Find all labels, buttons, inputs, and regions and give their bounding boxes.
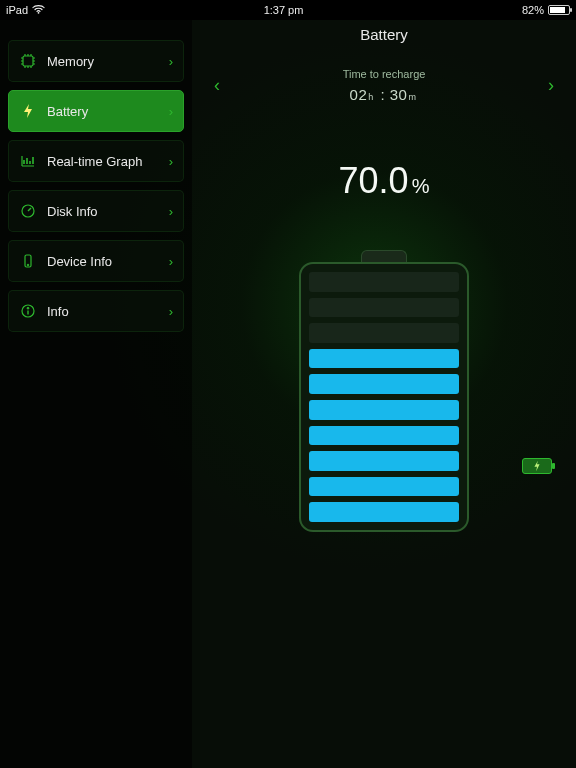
chevron-right-icon: › xyxy=(169,154,173,169)
sidebar-item-memory[interactable]: Memory › xyxy=(8,40,184,82)
battery-body xyxy=(299,262,469,532)
battery-percentage-value: 70.0 xyxy=(339,160,409,201)
sidebar-item-label: Real-time Graph xyxy=(47,154,159,169)
status-time: 1:37 pm xyxy=(264,4,304,16)
status-device-label: iPad xyxy=(6,4,28,16)
recharge-minutes: 30 xyxy=(390,86,408,103)
battery-bar xyxy=(309,426,459,446)
battery-bar xyxy=(309,298,459,318)
status-right: 82% xyxy=(522,4,570,16)
recharge-caption: Time to recharge xyxy=(343,68,426,80)
sidebar-item-label: Memory xyxy=(47,54,159,69)
time-separator: : xyxy=(380,86,385,103)
minutes-unit: m xyxy=(408,92,416,102)
battery-graphic xyxy=(299,250,469,532)
bolt-icon xyxy=(19,102,37,120)
status-left: iPad xyxy=(6,4,45,16)
sidebar-item-label: Disk Info xyxy=(47,204,159,219)
battery-bar xyxy=(309,323,459,343)
chevron-right-icon: › xyxy=(169,54,173,69)
sidebar-item-label: Device Info xyxy=(47,254,159,269)
status-battery-pct: 82% xyxy=(522,4,544,16)
chevron-right-icon: › xyxy=(169,204,173,219)
battery-bar xyxy=(309,349,459,369)
recharge-hours: 02 xyxy=(350,86,368,103)
battery-tip xyxy=(361,250,407,262)
battery-bar xyxy=(309,477,459,497)
charging-indicator-icon xyxy=(522,458,552,474)
app-container: Memory › Battery › Real-time Graph › Dis… xyxy=(0,20,576,768)
battery-status-fill xyxy=(550,7,565,13)
sidebar-item-label: Battery xyxy=(47,104,159,119)
hours-unit: h xyxy=(368,92,374,102)
carousel-next-button[interactable]: › xyxy=(542,69,560,102)
carousel-center: Time to recharge 02h : 30m xyxy=(343,68,426,103)
sidebar-item-device-info[interactable]: Device Info › xyxy=(8,240,184,282)
battery-status-icon xyxy=(548,5,570,15)
svg-point-4 xyxy=(27,264,29,266)
wifi-icon xyxy=(32,4,45,16)
sidebar-item-label: Info xyxy=(47,304,159,319)
battery-bar xyxy=(309,451,459,471)
graph-icon xyxy=(19,152,37,170)
carousel-prev-button[interactable]: ‹ xyxy=(208,69,226,102)
recharge-carousel: ‹ Time to recharge 02h : 30m › xyxy=(192,68,576,103)
gauge-icon xyxy=(19,202,37,220)
sidebar: Memory › Battery › Real-time Graph › Dis… xyxy=(0,20,192,768)
battery-bar xyxy=(309,272,459,292)
battery-percentage: 70.0% xyxy=(192,160,576,202)
sidebar-item-realtime-graph[interactable]: Real-time Graph › xyxy=(8,140,184,182)
svg-rect-1 xyxy=(23,56,33,66)
status-bar: iPad 1:37 pm 82% xyxy=(0,0,576,20)
sidebar-item-info[interactable]: Info › xyxy=(8,290,184,332)
info-icon xyxy=(19,302,37,320)
sidebar-item-disk-info[interactable]: Disk Info › xyxy=(8,190,184,232)
recharge-time: 02h : 30m xyxy=(343,86,426,103)
chip-icon xyxy=(19,52,37,70)
battery-bar xyxy=(309,502,459,522)
page-title: Battery xyxy=(192,26,576,43)
sidebar-item-battery[interactable]: Battery › xyxy=(8,90,184,132)
battery-bar xyxy=(309,374,459,394)
chevron-right-icon: › xyxy=(169,254,173,269)
chevron-right-icon: › xyxy=(169,304,173,319)
main-panel: Battery ‹ Time to recharge 02h : 30m › 7… xyxy=(192,20,576,768)
chevron-right-icon: › xyxy=(169,104,173,119)
svg-point-0 xyxy=(38,12,40,14)
device-icon xyxy=(19,252,37,270)
svg-point-6 xyxy=(27,307,29,309)
percent-sign: % xyxy=(412,175,430,197)
battery-bar xyxy=(309,400,459,420)
